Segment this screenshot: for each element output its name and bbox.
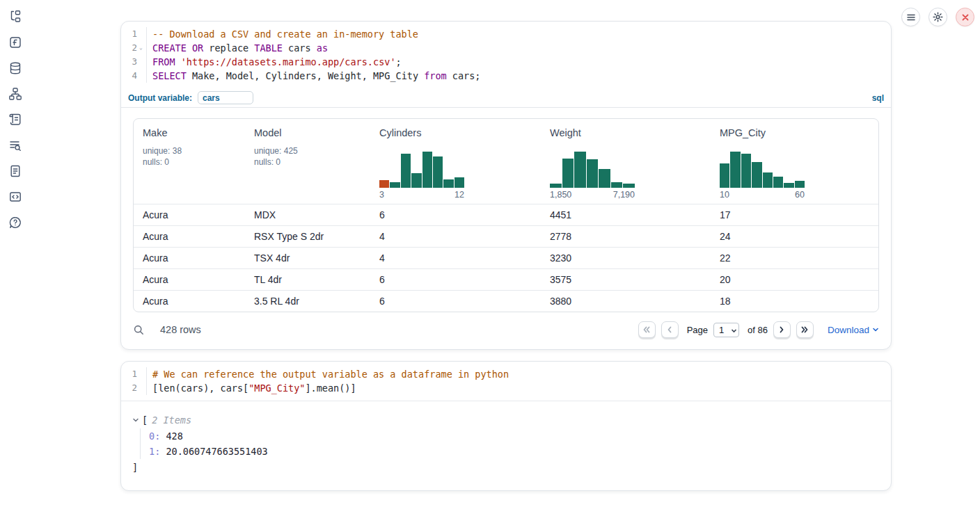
- output-variable-label: Output variable:: [128, 93, 192, 103]
- function-icon[interactable]: [6, 34, 24, 51]
- last-page-icon[interactable]: [796, 321, 814, 338]
- code-line[interactable]: 2⌄CREATE OR replace TABLE cars as: [121, 41, 891, 55]
- histogram-bar: [773, 177, 783, 188]
- language-badge[interactable]: sql: [872, 93, 884, 103]
- prev-page-icon[interactable]: [661, 321, 679, 338]
- table-row[interactable]: AcuraTL 4dr6357520: [134, 268, 878, 290]
- column-header-model[interactable]: Modelunique: 425nulls: 0: [245, 119, 370, 204]
- page-select-wrap: 1: [713, 323, 739, 337]
- line-number-gutter: 2: [121, 381, 145, 395]
- scratchpad-icon[interactable]: [6, 111, 24, 128]
- tick-min: 10: [720, 190, 729, 200]
- code-line[interactable]: 4 SELECT Make, Model, Cylinders, Weight,…: [121, 69, 891, 83]
- histogram-bars: [550, 152, 635, 188]
- search-icon[interactable]: [133, 324, 145, 336]
- code-line[interactable]: 3 FROM 'https://datasets.marimo.app/cars…: [121, 55, 891, 69]
- database-icon[interactable]: [6, 60, 24, 77]
- row-count: 428 rows: [160, 324, 201, 335]
- table-row[interactable]: AcuraRSX Type S 2dr4277824: [134, 225, 878, 247]
- code-line[interactable]: 1 # We can reference the output variable…: [121, 367, 891, 381]
- file-tree-icon[interactable]: [6, 8, 24, 25]
- histogram-bars: [720, 152, 805, 188]
- histogram-bar: [550, 184, 562, 188]
- tick-max: 7,190: [613, 190, 635, 200]
- page-select[interactable]: 1: [713, 323, 739, 337]
- line-number-gutter: 1: [121, 27, 145, 41]
- sql-cell: 1 -- Download a CSV and create an in-mem…: [120, 21, 892, 350]
- column-header-make[interactable]: Makeunique: 38nulls: 0: [134, 119, 245, 204]
- fold-chevron-icon[interactable]: ⌄: [137, 41, 145, 55]
- table-row[interactable]: AcuraTSX 4dr4323022: [134, 247, 878, 268]
- histogram-bar: [623, 184, 635, 188]
- sql-code-editor[interactable]: 1 -- Download a CSV and create an in-mem…: [121, 22, 891, 88]
- column-histogram: 312: [379, 152, 464, 200]
- column-header-mpg_city[interactable]: MPG_City1060: [711, 119, 878, 204]
- histogram-bar: [422, 152, 432, 188]
- code-token: [175, 56, 181, 67]
- table-row[interactable]: AcuraMDX6445117: [134, 204, 878, 225]
- code-token: Make, Model, Cylinders, Weight, MPG_City: [187, 70, 424, 81]
- table-cell: TL 4dr: [245, 269, 370, 290]
- next-page-icon[interactable]: [773, 321, 791, 338]
- snippets-icon[interactable]: [6, 188, 24, 205]
- code-token: TABLE: [254, 42, 283, 54]
- python-code-editor[interactable]: 1 # We can reference the output variable…: [121, 362, 891, 401]
- line-number: 1: [132, 27, 137, 41]
- menu-icon[interactable]: [901, 8, 920, 26]
- download-button[interactable]: Download: [828, 325, 879, 335]
- code-token: [len(cars), cars[: [152, 383, 248, 394]
- column-header-cylinders[interactable]: Cylinders312: [370, 119, 541, 204]
- close-icon[interactable]: [956, 8, 974, 26]
- code-text: [len(cars), cars["MPG_City"].mean()]: [146, 381, 356, 395]
- histogram-ticks: 1,8507,190: [550, 190, 635, 200]
- line-number-gutter: 3: [121, 55, 145, 69]
- line-number: 1: [132, 367, 137, 381]
- column-header-weight[interactable]: Weight1,8507,190: [541, 119, 711, 204]
- line-number: 2: [132, 41, 137, 55]
- line-number-gutter: 4: [121, 69, 145, 83]
- table-cell: 3.5 RL 4dr: [245, 291, 370, 312]
- code-token: as: [317, 42, 328, 54]
- code-line[interactable]: 2 [len(cars), cars["MPG_City"].mean()]: [121, 381, 891, 395]
- first-page-icon[interactable]: [638, 321, 656, 338]
- dependency-graph-icon[interactable]: [6, 86, 24, 102]
- histogram-ticks: 1060: [720, 190, 805, 200]
- histogram-bar: [599, 169, 610, 188]
- collapse-caret-icon[interactable]: [132, 417, 142, 424]
- null-count: nulls: 0: [254, 156, 361, 168]
- code-token: 'https://datasets.marimo.app/cars.csv': [181, 56, 396, 67]
- list-items-count: 2 Items: [152, 415, 191, 426]
- python-output: [ 2 Items 0: 4281: 20.060747663551403 ]: [121, 401, 891, 490]
- column-histogram: 1060: [720, 152, 805, 200]
- line-number: 4: [132, 69, 137, 83]
- histogram-bar: [401, 154, 411, 188]
- code-text: -- Download a CSV and create an in-memor…: [146, 27, 418, 41]
- histogram-bar: [611, 182, 623, 188]
- histogram-bar: [752, 162, 761, 188]
- python-cell: 1 # We can reference the output variable…: [120, 361, 892, 491]
- table-cell: 6: [370, 204, 541, 225]
- code-token: ].mean()]: [305, 383, 356, 394]
- list-close-bracket: ]: [132, 460, 880, 475]
- table-cell: Acura: [134, 226, 245, 247]
- chevron-down-icon: [872, 326, 879, 333]
- line-number-gutter: 1: [121, 367, 145, 381]
- line-number-gutter: 2⌄: [121, 41, 145, 55]
- histogram-bar: [411, 173, 421, 188]
- table-cell: 3880: [541, 291, 711, 312]
- document-icon[interactable]: [6, 163, 24, 179]
- notebook: 1 -- Download a CSV and create an in-mem…: [120, 21, 892, 491]
- code-line[interactable]: 1 -- Download a CSV and create an in-mem…: [121, 27, 891, 41]
- table-row[interactable]: Acura3.5 RL 4dr6388018: [134, 290, 878, 312]
- sidebar: [0, 0, 31, 507]
- output-variable-input[interactable]: [198, 91, 253, 104]
- column-label: Weight: [550, 127, 702, 138]
- table-cell: TSX 4dr: [245, 248, 370, 268]
- settings-gear-icon[interactable]: [928, 8, 947, 26]
- table-cell: 20: [711, 269, 878, 290]
- logs-icon[interactable]: [6, 137, 24, 154]
- help-icon[interactable]: [6, 214, 24, 231]
- table-header-row: Makeunique: 38nulls: 0Modelunique: 425nu…: [134, 119, 878, 204]
- table-cell: 17: [711, 204, 878, 225]
- column-label: MPG_City: [720, 127, 869, 138]
